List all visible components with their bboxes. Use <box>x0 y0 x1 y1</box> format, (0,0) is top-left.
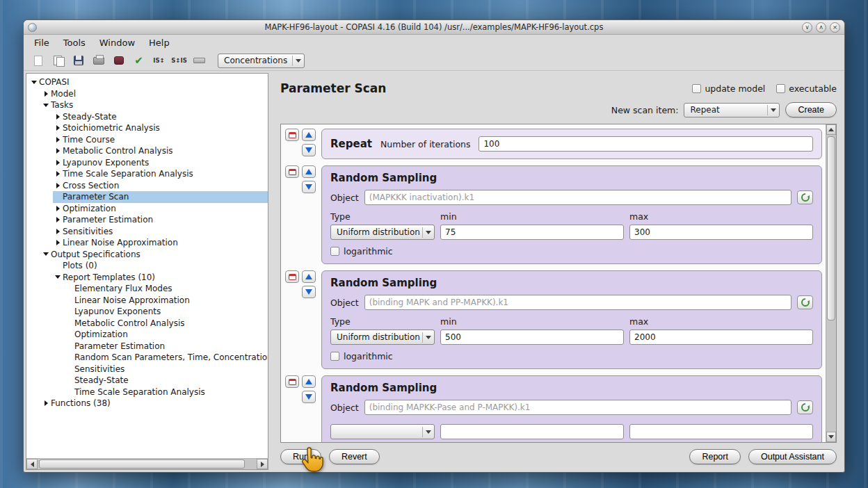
tree-item[interactable]: Tasks <box>26 99 268 111</box>
tree-item[interactable]: Steady-State <box>26 111 268 123</box>
vscrollbar-track[interactable] <box>826 135 836 432</box>
maximize-button[interactable]: ∧ <box>816 22 826 33</box>
new-scan-item-select[interactable]: Repeat <box>684 103 780 117</box>
remove-item-button[interactable] <box>285 165 299 178</box>
tree-expand-icon[interactable] <box>53 134 63 146</box>
tree-item[interactable]: Elementary Flux Modes <box>26 283 268 295</box>
open-file-icon-button[interactable] <box>49 52 67 69</box>
select-object-button[interactable] <box>797 400 813 414</box>
tree-item[interactable]: Lyapunov Exponents <box>26 157 268 169</box>
minimize-button[interactable]: ∨ <box>802 22 812 33</box>
tree-item[interactable]: Report Templates (10) <box>26 272 268 284</box>
tree-item[interactable]: Stoichiometric Analysis <box>26 122 268 134</box>
tree-expand-icon[interactable] <box>41 88 51 100</box>
move-up-button[interactable] <box>302 165 316 178</box>
move-down-button[interactable] <box>302 286 316 298</box>
tree-item[interactable]: Parameter Estimation <box>26 341 268 352</box>
tree-expand-icon[interactable] <box>65 375 74 387</box>
vertical-scrollbar[interactable] <box>826 124 836 442</box>
tree-expand-icon[interactable] <box>53 237 63 249</box>
move-up-button[interactable] <box>302 270 316 283</box>
tree-expand-icon[interactable] <box>53 214 63 226</box>
tree-expand-icon[interactable] <box>41 99 51 111</box>
vscrollbar-thumb[interactable] <box>827 136 835 320</box>
scroll-right-button[interactable] <box>257 459 268 469</box>
move-up-button[interactable] <box>302 129 316 141</box>
tree-item[interactable]: Steady-State <box>26 375 268 387</box>
min-input[interactable] <box>440 330 624 345</box>
max-input[interactable] <box>629 330 813 345</box>
run-button[interactable]: Run <box>280 449 321 464</box>
remove-item-button[interactable] <box>285 129 299 141</box>
tree-item[interactable]: Linear Noise Approximation <box>26 237 268 249</box>
tree-item[interactable]: Functions (38) <box>26 398 268 409</box>
tree-item[interactable]: Sensitivities <box>26 226 268 238</box>
logarithmic-checkbox[interactable] <box>330 247 339 256</box>
tree-expand-icon[interactable] <box>53 260 63 272</box>
tree-item[interactable]: Linear Noise Approximation <box>26 295 268 307</box>
tree-expand-icon[interactable] <box>41 398 51 409</box>
tree-expand-icon[interactable] <box>41 249 51 261</box>
select-object-button[interactable] <box>797 295 813 309</box>
extensive-state-icon-button[interactable]: S↕IS <box>170 52 188 69</box>
tree-expand-icon[interactable] <box>53 191 63 203</box>
tree-expand-icon[interactable] <box>29 76 39 88</box>
min-input[interactable] <box>440 424 624 439</box>
tree-item[interactable]: Parameter Estimation <box>26 214 268 226</box>
ruler-icon-button[interactable] <box>191 52 208 69</box>
tree-expand-icon[interactable] <box>65 318 74 330</box>
tree-expand-icon[interactable] <box>53 157 63 169</box>
distribution-select[interactable] <box>330 424 435 439</box>
output-assistant-button[interactable]: Output Assistant <box>748 449 837 464</box>
executable-checkbox[interactable] <box>776 84 785 93</box>
hscrollbar-thumb[interactable] <box>39 459 245 469</box>
object-input[interactable] <box>364 400 791 415</box>
tree-expand-icon[interactable] <box>65 295 74 307</box>
logarithmic-checkbox[interactable] <box>330 352 339 361</box>
apply-check-icon-button[interactable]: ✔ <box>130 52 147 69</box>
distribution-select[interactable]: Uniform distribution <box>330 330 435 345</box>
move-up-button[interactable] <box>302 375 316 388</box>
hscrollbar-track[interactable] <box>38 459 257 469</box>
scroll-up-button[interactable] <box>826 124 836 135</box>
tree-expand-icon[interactable] <box>53 180 63 192</box>
object-input[interactable] <box>364 190 791 205</box>
tree-horizontal-scrollbar[interactable] <box>26 458 268 469</box>
close-button[interactable]: × <box>830 22 840 33</box>
scroll-down-button[interactable] <box>826 432 836 442</box>
menu-item[interactable]: Help <box>143 36 176 49</box>
update-model-checkbox[interactable] <box>692 84 701 93</box>
tree-expand-icon[interactable] <box>65 329 74 341</box>
tree-item[interactable]: Model <box>26 88 268 100</box>
tree-item[interactable]: Optimization <box>26 203 268 215</box>
titlebar[interactable]: MAPK-HF96-layout - COPASI 4.16 (Build 10… <box>24 20 844 35</box>
min-input[interactable] <box>440 225 624 240</box>
remove-item-button[interactable] <box>285 270 299 283</box>
concentrations-select[interactable]: Concentrations <box>218 54 305 68</box>
new-file-icon-button[interactable] <box>29 52 47 69</box>
tree-expand-icon[interactable] <box>53 168 63 180</box>
copasi-icon-button[interactable] <box>110 52 127 69</box>
tree-item[interactable]: Output Specifications <box>26 249 268 261</box>
tree-expand-icon[interactable] <box>53 272 63 284</box>
tree-item[interactable]: Plots (0) <box>26 260 268 272</box>
tree-expand-icon[interactable] <box>65 341 74 352</box>
tree-expand-icon[interactable] <box>65 283 74 295</box>
tree-item[interactable]: Metabolic Control Analysis <box>26 318 268 330</box>
tree-item[interactable]: Sensitivities <box>26 364 268 375</box>
move-down-button[interactable] <box>302 391 316 403</box>
remove-item-button[interactable] <box>285 375 299 388</box>
tree-expand-icon[interactable] <box>65 364 74 375</box>
scroll-left-button[interactable] <box>26 459 38 469</box>
tree-item[interactable]: Cross Section <box>26 180 268 192</box>
tree-expand-icon[interactable] <box>65 387 74 398</box>
save-icon-button[interactable] <box>70 52 87 69</box>
max-input[interactable] <box>629 424 813 439</box>
tree-item[interactable]: Parameter Scan <box>26 191 268 203</box>
menu-item[interactable]: File <box>28 36 56 49</box>
menu-item[interactable]: Window <box>93 36 141 49</box>
object-input[interactable] <box>364 295 791 310</box>
create-button[interactable]: Create <box>785 102 837 117</box>
intensive-state-icon-button[interactable]: IS↕ <box>150 52 168 69</box>
tree-item[interactable]: COPASI <box>26 76 268 88</box>
